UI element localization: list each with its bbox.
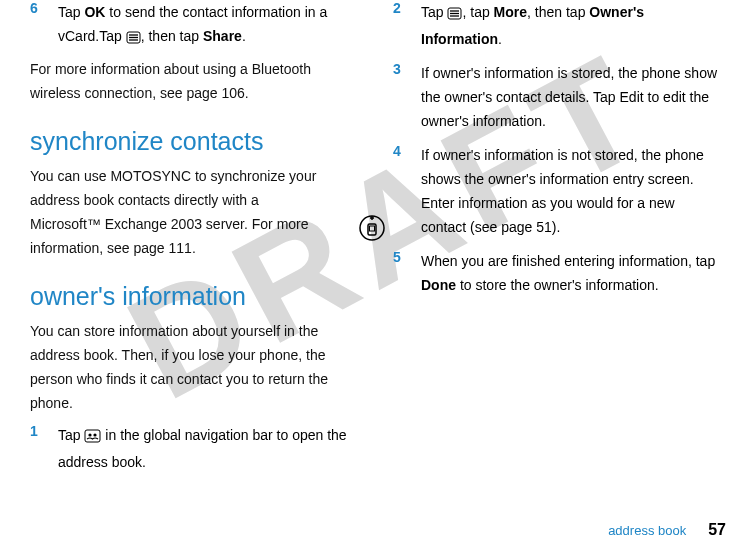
- menu-icon: [126, 27, 141, 51]
- step-6: 6 Tap OK to send the contact information…: [30, 0, 358, 51]
- ui-label-ok: OK: [84, 4, 105, 20]
- footer-page-number: 57: [708, 521, 726, 538]
- step-number: 2: [393, 0, 421, 51]
- contacts-icon: [84, 426, 101, 450]
- step-text: Tap , tap More, then tap Owner's Informa…: [421, 0, 721, 51]
- step-number: 6: [30, 0, 58, 51]
- step-2: 2 Tap , tap More, then tap Owner's Infor…: [393, 0, 721, 51]
- text: Tap: [421, 4, 447, 20]
- menu-icon: [447, 3, 462, 27]
- svg-point-11: [94, 433, 97, 436]
- svg-rect-9: [85, 430, 100, 442]
- text: When you are finished entering informati…: [421, 253, 715, 269]
- step-number: 4: [393, 143, 421, 239]
- text: , then tap: [527, 4, 589, 20]
- step-text: Tap OK to send the contact information i…: [58, 0, 358, 51]
- ui-label-done: Done: [421, 277, 456, 293]
- text: , tap: [462, 4, 493, 20]
- step-1: 1 Tap in the global navigation bar to op…: [30, 423, 358, 474]
- owner-paragraph: You can store information about yourself…: [30, 319, 358, 415]
- step-number: 3: [393, 61, 421, 133]
- step-number: 1: [30, 423, 58, 474]
- page-content: 6 Tap OK to send the contact information…: [0, 0, 756, 510]
- step-text: Tap in the global navigation bar to open…: [58, 423, 358, 474]
- step-4: 4 If owner's information is not stored, …: [393, 143, 721, 239]
- right-column: 2 Tap , tap More, then tap Owner's Infor…: [378, 0, 726, 510]
- text: Tap: [58, 4, 84, 20]
- heading-owner: owner's information: [30, 282, 358, 311]
- sim-sync-icon: [358, 214, 386, 246]
- step-text: When you are finished entering informati…: [421, 249, 721, 297]
- step-number: 5: [393, 249, 421, 297]
- footer-section-label: address book: [608, 523, 686, 538]
- text: .: [498, 31, 502, 47]
- text: .: [242, 28, 246, 44]
- step-text: If owner's information is stored, the ph…: [421, 61, 721, 133]
- step-text: If owner's information is not stored, th…: [421, 143, 721, 239]
- svg-point-10: [89, 433, 92, 436]
- step-3: 3 If owner's information is stored, the …: [393, 61, 721, 133]
- ui-label-more: More: [494, 4, 527, 20]
- ui-label-share: Share: [203, 28, 242, 44]
- text: , then tap: [141, 28, 203, 44]
- step-5: 5 When you are finished entering informa…: [393, 249, 721, 297]
- left-column: 6 Tap OK to send the contact information…: [30, 0, 378, 510]
- page-footer: address book57: [608, 521, 726, 539]
- sync-paragraph: You can use MOTOSYNC to synchronize your…: [30, 164, 358, 260]
- text: to store the owner's information.: [456, 277, 659, 293]
- bluetooth-note: For more information about using a Bluet…: [30, 57, 358, 105]
- svg-rect-8: [370, 226, 375, 231]
- heading-synchronize: synchronize contacts: [30, 127, 358, 156]
- text: Tap: [58, 427, 84, 443]
